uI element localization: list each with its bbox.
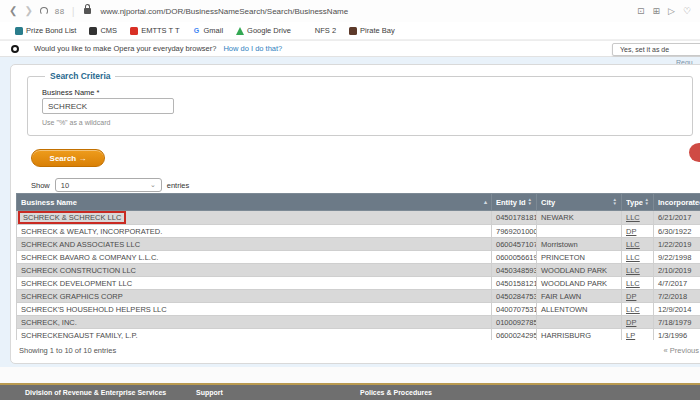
bookmark-item[interactable]: Google Drive: [236, 26, 291, 35]
show-entries-control: Show 10 ⌄ entries: [31, 178, 189, 192]
favicon-gmail-icon: G: [192, 27, 200, 35]
type-link[interactable]: LP: [626, 331, 635, 340]
type-link[interactable]: LLC: [626, 266, 640, 275]
cell-incorporated: 7/2/2018: [654, 290, 700, 303]
business-name-label: Business Name *: [42, 88, 100, 97]
footer-support-link[interactable]: Support: [196, 389, 223, 396]
bookmark-item[interactable]: GGmail: [192, 26, 223, 35]
footer-policies-link[interactable]: Polices & Procedures: [360, 389, 432, 396]
bookmark-item[interactable]: EMTTS T T: [130, 26, 179, 35]
cell-entity-id: 0100092785: [492, 316, 537, 329]
address-bar[interactable]: www.njportal.com/DOR/BusinessNameSearch/…: [101, 7, 349, 16]
pagination-previous[interactable]: « Previous: [664, 346, 699, 355]
forward-icon[interactable]: ❯: [24, 6, 32, 16]
type-link[interactable]: LLC: [626, 213, 640, 222]
browser-toolbar: ❮ ❯ 88 | www.njportal.com/DOR/BusinessNa…: [0, 0, 700, 22]
bookmark-heart-icon[interactable]: ♡: [683, 6, 691, 16]
cell-city: Morristown: [537, 238, 622, 251]
back-icon[interactable]: ❮: [9, 6, 17, 16]
cell-type: LLC: [622, 238, 654, 251]
show-label: Show: [31, 181, 50, 190]
table-summary: Showing 1 to 10 of 10 entries: [19, 346, 116, 355]
search-criteria-fieldset: Search Criteria Business Name * Use "%" …: [27, 76, 693, 136]
bookmark-item[interactable]: CMS: [89, 26, 117, 35]
table-row[interactable]: SCHRECK DEVELOPMENT LLC0450158121WOODLAN…: [17, 277, 700, 290]
cell-city: [537, 225, 622, 238]
cell-incorporated: 6/30/1922: [654, 225, 700, 238]
table-row[interactable]: SCHRECK & SCHRECK LLC0450178181NEWARKLLC…: [17, 211, 700, 225]
entries-select[interactable]: 10 ⌄: [55, 178, 162, 192]
lock-icon[interactable]: [84, 8, 91, 14]
column-header-business-name[interactable]: Business Name▴: [17, 194, 492, 211]
table-row[interactable]: SCHRECK AND ASSOCIATES LLC0600457107Morr…: [17, 238, 700, 251]
business-name-input[interactable]: [42, 98, 174, 114]
search-criteria-legend: Search Criteria: [45, 71, 115, 81]
column-label: Type: [626, 198, 643, 207]
cell-business-name: SCHRECK AND ASSOCIATES LLC: [17, 238, 492, 251]
type-link[interactable]: LLC: [626, 279, 640, 288]
type-link[interactable]: LLC: [626, 305, 640, 314]
column-header-city[interactable]: City▲▼: [537, 194, 622, 211]
notification-help-link[interactable]: How do I do that?: [223, 44, 282, 53]
bookmark-label: Gmail: [203, 26, 223, 35]
cell-entity-id: 0450178181: [492, 211, 537, 225]
favicon-emtts-t-t-icon: [130, 27, 138, 35]
table-row[interactable]: SCHRECK CONSTRUCTION LLC0450348593WOODLA…: [17, 264, 700, 277]
cell-city: HARRISBURG: [537, 329, 622, 341]
bookmark-item[interactable]: Prize Bond List: [15, 26, 76, 35]
cell-city: ALLENTOWN: [537, 303, 622, 316]
cell-entity-id: 0450284753: [492, 290, 537, 303]
sort-icon: ▲▼: [528, 198, 532, 205]
cell-incorporated: 9/22/1998: [654, 251, 700, 264]
cell-incorporated: 1/22/2019: [654, 238, 700, 251]
snapshot-icon[interactable]: ⊡: [637, 6, 645, 16]
cell-entity-id: 0600457107: [492, 238, 537, 251]
toolbar-divider: |: [72, 5, 75, 17]
type-link[interactable]: DP: [626, 318, 636, 327]
type-link[interactable]: DP: [626, 227, 636, 236]
type-link[interactable]: LLC: [626, 253, 640, 262]
cell-incorporated: 7/18/1979: [654, 316, 700, 329]
cell-city: NEWARK: [537, 211, 622, 225]
search-button[interactable]: Search →: [31, 149, 105, 167]
extension-icon[interactable]: ⊞: [652, 6, 660, 16]
column-header-incorporated[interactable]: Incorporated▲▼: [654, 194, 700, 211]
cell-entity-id: 0600056619: [492, 251, 537, 264]
results-table: Business Name▴Entity Id▲▼City▲▼Type▲▼Inc…: [16, 193, 700, 340]
footer-division-link[interactable]: Division of Revenue & Enterprise Service…: [25, 389, 166, 396]
content-card: Search Criteria Business Name * Use "%" …: [10, 64, 700, 364]
sort-icon: ▲▼: [645, 198, 649, 205]
opera-logo-icon: [11, 45, 19, 53]
table-row[interactable]: SCHRECK, INC.0100092785DP7/18/1979: [17, 316, 700, 329]
reload-icon[interactable]: [40, 7, 48, 15]
cell-business-name: SCHRECK DEVELOPMENT LLC: [17, 277, 492, 290]
type-link[interactable]: LLC: [626, 240, 640, 249]
below-card-strip: [0, 367, 700, 383]
cell-type: LP: [622, 329, 654, 341]
cell-city: WOODLAND PARK: [537, 264, 622, 277]
cell-city: PRINCETON: [537, 251, 622, 264]
table-row[interactable]: SCHRECK & WEALTY, INCORPORATED.796920100…: [17, 225, 700, 238]
speed-dial-icon[interactable]: 88: [55, 7, 65, 16]
column-header-type[interactable]: Type▲▼: [622, 194, 654, 211]
column-header-entity-id[interactable]: Entity Id▲▼: [492, 194, 537, 211]
type-link[interactable]: DP: [626, 292, 636, 301]
table-row[interactable]: SCHRECK'S HOUSEHOLD HELPERS LLC040070753…: [17, 303, 700, 316]
cell-entity-id: 0450348593: [492, 264, 537, 277]
footer-bar: Division of Revenue & Enterprise Service…: [0, 385, 700, 400]
flow-icon[interactable]: ▷: [668, 6, 675, 16]
cell-entity-id: 0600024295: [492, 329, 537, 341]
table-row[interactable]: SCHRECK GRAPHICS CORP0450284753FAIR LAWN…: [17, 290, 700, 303]
favicon-google-drive-icon: [236, 27, 244, 35]
bookmark-label: CMS: [100, 26, 117, 35]
results-table-container: Business Name▴Entity Id▲▼City▲▼Type▲▼Inc…: [16, 193, 700, 340]
favicon-prize-bond-list-icon: [15, 27, 23, 35]
column-label: City: [541, 198, 611, 207]
bookmark-item[interactable]: Pirate Bay: [349, 26, 395, 35]
table-row[interactable]: SCHRECK BAVARO & COMPANY L.L.C.060005661…: [17, 251, 700, 264]
table-row[interactable]: SCHRECKENGAUST FAMILY, L.P.0600024295HAR…: [17, 329, 700, 341]
wildcard-hint: Use "%" as a wildcard: [42, 119, 110, 126]
bookmark-item[interactable]: NFS 2: [304, 26, 336, 35]
cell-business-name: SCHRECK'S HOUSEHOLD HELPERS LLC: [17, 303, 492, 316]
set-default-browser-button[interactable]: Yes, set it as de: [612, 43, 700, 56]
